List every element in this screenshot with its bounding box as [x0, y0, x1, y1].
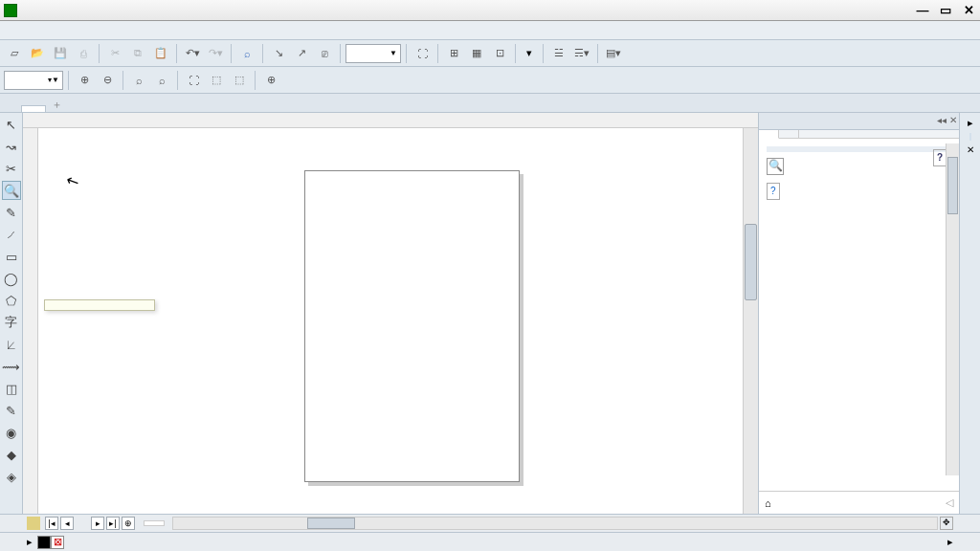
search-button[interactable]: ⌕: [236, 43, 257, 64]
options2-button[interactable]: ☴▾: [571, 43, 592, 64]
dock-props[interactable]: [969, 159, 971, 166]
publish-button[interactable]: ⎚: [314, 43, 335, 64]
colorbar-arrow[interactable]: ▸: [27, 536, 33, 548]
colorbar-end-arrow[interactable]: ▸: [947, 536, 953, 548]
zoom-height-icon[interactable]: ⬚: [229, 70, 250, 91]
export-button[interactable]: ↗: [291, 43, 312, 64]
polygon-tool[interactable]: ⬠: [2, 291, 21, 310]
new-button[interactable]: ▱: [4, 43, 25, 64]
hint-panel-title: [759, 113, 959, 130]
eyedrop-tool[interactable]: ✎: [2, 401, 21, 420]
first-page-button[interactable]: |◂: [45, 517, 58, 530]
hint-tab-video[interactable]: [779, 130, 799, 138]
scrollbar-horizontal[interactable]: [172, 517, 938, 530]
fill-swatch[interactable]: [37, 536, 51, 549]
shape-tool[interactable]: ↝: [2, 137, 21, 156]
zoom-in-icon[interactable]: ⊕: [74, 70, 95, 91]
zoom-select-icon[interactable]: ⌕: [128, 70, 149, 91]
page-canvas[interactable]: [304, 170, 520, 482]
toolbar-standard: ▱ 📂 💾 ⎙ ✂ ⧉ 📋 ↶▾ ↷▾ ⌕ ↘ ↗ ⎚ ▼ ⛶ ⊞ ▦ ⊡ ▾ …: [0, 40, 980, 67]
hint-help-link[interactable]: ?: [767, 183, 951, 200]
prev-icon[interactable]: ◁: [946, 496, 953, 509]
toolbar-property: ▾▼ ⊕ ⊖ ⌕ ⌕ ⛶ ⬚ ⬚ ⊕: [0, 67, 980, 94]
nofill-swatch[interactable]: ⊠: [51, 536, 64, 549]
options1-button[interactable]: ☱: [548, 43, 569, 64]
zoom-out-icon[interactable]: ⊖: [97, 70, 118, 91]
zoom-tool-icon: 🔍: [767, 158, 784, 175]
home-icon[interactable]: ⌂: [765, 497, 771, 509]
zoom-width-icon[interactable]: ⬚: [206, 70, 227, 91]
effects-tool[interactable]: ◫: [2, 379, 21, 398]
guides-button[interactable]: ⊡: [489, 43, 510, 64]
zoom-all-icon[interactable]: ⌕: [151, 70, 172, 91]
add-doc-tab[interactable]: ＋: [48, 97, 65, 112]
launch-button[interactable]: ▤▾: [603, 43, 624, 64]
panel-controls[interactable]: ◂◂ ✕: [937, 115, 957, 125]
connector-tool[interactable]: ⟿: [2, 357, 21, 376]
doc-tab-active[interactable]: [21, 105, 46, 112]
menubar: [0, 21, 980, 40]
interactive-fill[interactable]: ◈: [2, 467, 21, 486]
right-dock: ▸ ✕: [959, 113, 980, 514]
cut-button[interactable]: ✂: [104, 43, 125, 64]
page-icon: [27, 517, 40, 530]
save-button[interactable]: 💾: [50, 43, 71, 64]
color-bar: ▸ ⊠ ▸: [0, 532, 980, 551]
close-button[interactable]: ✕: [961, 4, 976, 17]
zoom-tool[interactable]: 🔍: [2, 181, 21, 200]
grid-button[interactable]: ▦: [466, 43, 487, 64]
pick-tool[interactable]: ↖: [2, 115, 21, 134]
nav-icon[interactable]: ✥: [940, 517, 953, 530]
canvas-area[interactable]: ↖: [23, 113, 758, 514]
ellipse-tool[interactable]: ◯: [2, 269, 21, 288]
crop-tool[interactable]: ✂: [2, 159, 21, 178]
tooltip: [44, 299, 155, 311]
minimize-button[interactable]: —: [915, 4, 930, 17]
last-page-button[interactable]: ▸|: [106, 517, 120, 530]
hint-panel: ? 🔍 ? ◂◂ ✕ ⌂ ◁: [758, 113, 959, 514]
paste-button[interactable]: 📋: [150, 43, 171, 64]
doc-tabs: ＋: [0, 94, 980, 113]
import-button[interactable]: ↘: [268, 43, 289, 64]
zoom-combo-2[interactable]: ▾▼: [4, 71, 63, 90]
dock-close-icon[interactable]: ✕: [967, 144, 974, 155]
page-navigation-bar: |◂ ◂ ▸ ▸| ⊕ ✥: [0, 514, 980, 532]
page-tab[interactable]: [144, 520, 165, 526]
fill-tool[interactable]: ◆: [2, 445, 21, 464]
dim-tool[interactable]: ⟀: [2, 335, 21, 354]
next-page-button[interactable]: ▸: [91, 517, 104, 530]
titlebar: — ▭ ✕: [0, 0, 980, 21]
add-page-button[interactable]: ⊕: [122, 517, 135, 530]
ruler-vertical: [23, 128, 38, 514]
zoom-page-icon[interactable]: ⛶: [183, 70, 204, 91]
rect-tool[interactable]: ▭: [2, 247, 21, 266]
maximize-button[interactable]: ▭: [938, 4, 953, 17]
dock-mgr[interactable]: [969, 170, 971, 178]
hint-scrollbar[interactable]: [946, 143, 959, 475]
text-tool[interactable]: 字: [2, 313, 21, 332]
prev-page-button[interactable]: ◂: [60, 517, 74, 530]
undo-button[interactable]: ↶▾: [182, 43, 203, 64]
zoom-level-combo[interactable]: ▼: [345, 44, 401, 63]
hint-tab-topic[interactable]: [759, 130, 779, 139]
app-logo-icon: [4, 4, 17, 17]
scrollbar-vertical[interactable]: [743, 128, 758, 514]
fullscreen-button[interactable]: ⛶: [412, 43, 433, 64]
toolbox: ↖ ↝ ✂ 🔍 ✎ ⟋ ▭ ◯ ⬠ 字 ⟀ ⟿ ◫ ✎ ◉ ◆ ◈: [0, 113, 23, 514]
snap-combo[interactable]: ▾: [521, 47, 538, 59]
add-icon[interactable]: ⊕: [260, 70, 281, 91]
dock-hints[interactable]: [969, 133, 971, 141]
ruler-button[interactable]: ⊞: [443, 43, 464, 64]
dock-toggle-icon[interactable]: ▸: [968, 117, 973, 129]
freehand-tool[interactable]: ✎: [2, 203, 21, 222]
outline-tool[interactable]: ◉: [2, 423, 21, 442]
redo-button[interactable]: ↷▾: [205, 43, 226, 64]
open-button[interactable]: 📂: [27, 43, 48, 64]
copy-button[interactable]: ⧉: [127, 43, 148, 64]
ruler-horizontal: [23, 113, 758, 128]
hint-heading: ?: [767, 146, 951, 152]
smart-tool[interactable]: ⟋: [2, 225, 21, 244]
print-button[interactable]: ⎙: [73, 43, 94, 64]
